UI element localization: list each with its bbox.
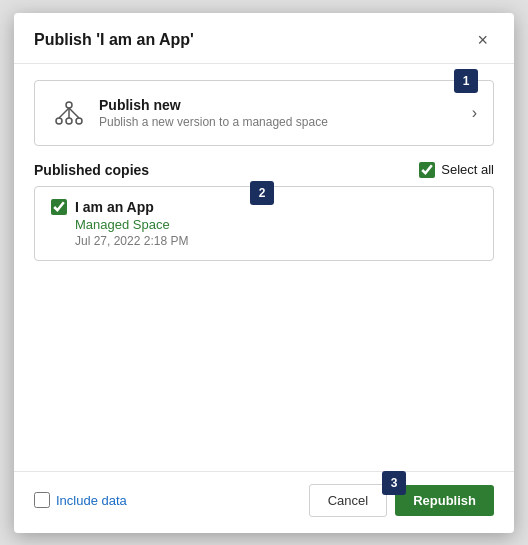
svg-point-3 xyxy=(66,118,72,124)
chevron-right-icon: › xyxy=(472,104,477,122)
select-all-container[interactable]: Select all xyxy=(419,162,494,178)
published-copies-section: Published copies Select all I am an App … xyxy=(34,162,494,261)
copy-checkbox[interactable] xyxy=(51,199,67,215)
include-data-checkbox[interactable] xyxy=(34,492,50,508)
publish-new-left: Publish new Publish a new version to a m… xyxy=(51,95,328,131)
publish-new-label: Publish new xyxy=(99,97,328,113)
step-badge-2: 2 xyxy=(250,181,274,205)
include-data-label: Include data xyxy=(56,493,127,508)
svg-line-4 xyxy=(59,108,69,118)
svg-point-0 xyxy=(66,102,72,108)
modal-footer: Include data Cancel Republish xyxy=(14,471,514,533)
republish-button[interactable]: Republish xyxy=(395,485,494,516)
modal-overlay: 1 2 3 Publish 'I am an App' × xyxy=(14,13,514,533)
step-badge-3: 3 xyxy=(382,471,406,495)
svg-point-2 xyxy=(76,118,82,124)
select-all-checkbox[interactable] xyxy=(419,162,435,178)
cancel-button[interactable]: Cancel xyxy=(309,484,387,517)
step-badge-1: 1 xyxy=(454,69,478,93)
modal-title: Publish 'I am an App' xyxy=(34,31,194,49)
publish-new-description: Publish a new version to a managed space xyxy=(99,115,328,129)
modal-header: Publish 'I am an App' × xyxy=(14,13,514,64)
section-header: Published copies Select all xyxy=(34,162,494,178)
svg-point-1 xyxy=(56,118,62,124)
copy-date: Jul 27, 2022 2:18 PM xyxy=(75,234,477,248)
publish-new-text: Publish new Publish a new version to a m… xyxy=(99,97,328,129)
copy-name: I am an App xyxy=(75,199,154,215)
include-data-container[interactable]: Include data xyxy=(34,492,127,508)
publish-new-card[interactable]: Publish new Publish a new version to a m… xyxy=(34,80,494,146)
modal-body: Publish new Publish a new version to a m… xyxy=(14,64,514,471)
nodes-icon xyxy=(51,95,87,131)
select-all-label: Select all xyxy=(441,162,494,177)
copy-space: Managed Space xyxy=(75,217,477,232)
svg-line-5 xyxy=(69,108,79,118)
publish-modal: 1 2 3 Publish 'I am an App' × xyxy=(14,13,514,533)
section-title: Published copies xyxy=(34,162,149,178)
close-button[interactable]: × xyxy=(471,29,494,51)
